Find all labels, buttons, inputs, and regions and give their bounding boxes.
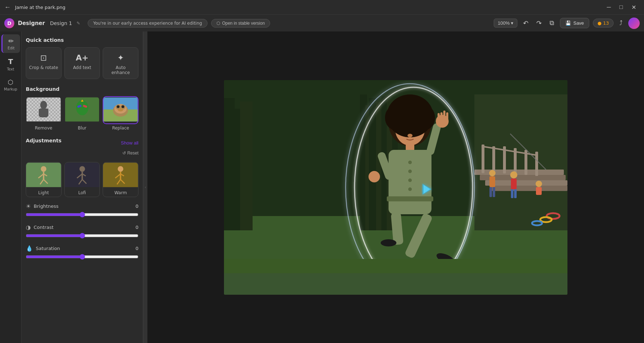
background-blur-card[interactable]: Blur: [64, 96, 100, 131]
design-name-edit-button[interactable]: ✎: [75, 20, 81, 26]
filter-warm-label: Warm: [103, 189, 138, 197]
present-button[interactable]: ⧉: [547, 18, 556, 28]
svg-rect-8: [45, 109, 49, 116]
save-button[interactable]: 💾 Save: [560, 18, 589, 28]
early-access-badge: You're in our early access experience fo…: [88, 19, 207, 28]
background-remove-thumbnail[interactable]: [26, 96, 62, 124]
sidebar-item-markup[interactable]: ⬡ Markup: [1, 75, 20, 94]
reset-button[interactable]: ↺ Reset: [122, 151, 138, 156]
filter-light-label: Light: [26, 189, 61, 197]
app-bar: D Designer Design 1 ✎ You're in our earl…: [0, 14, 644, 31]
design-name: Design 1: [50, 20, 72, 26]
sidebar-item-edit[interactable]: ✏ Edit: [1, 34, 20, 53]
side-icons: ✏ Edit T Text ⬡ Markup: [0, 31, 21, 343]
filter-lofi-card[interactable]: Lofi: [64, 162, 100, 197]
filter-lofi-preview: [65, 162, 100, 187]
sidebar-item-label-text: Text: [7, 67, 14, 71]
background-replace-card[interactable]: Replace: [103, 96, 138, 131]
filter-light-card[interactable]: Light: [26, 162, 62, 197]
filter-warm-card[interactable]: Warm: [103, 162, 138, 197]
svg-rect-64: [474, 170, 564, 175]
sidebar-item-label-edit: Edit: [8, 46, 14, 50]
sidebar-item-label-markup: Markup: [4, 87, 17, 91]
edit-icon: ✏: [8, 37, 14, 45]
background-title: Background: [26, 86, 138, 92]
sidebar-item-text[interactable]: T Text: [1, 54, 20, 74]
remove-bg-preview: [26, 97, 61, 122]
svg-point-83: [532, 221, 542, 225]
saturation-icon: 💧: [26, 245, 33, 252]
svg-point-94: [414, 105, 435, 130]
svg-point-75: [510, 171, 517, 178]
add-text-label: Add text: [73, 65, 91, 70]
canvas-image-container: [224, 80, 567, 295]
auto-enhance-label: Auto enhance: [106, 65, 135, 75]
saturation-slider-section: 💧 Saturation 0: [26, 245, 138, 261]
adjustments-filters-grid: Light Lofi: [26, 162, 138, 197]
brightness-icon: ☀: [26, 203, 31, 210]
park-scene-svg: [224, 80, 567, 295]
contrast-header: ◑ Contrast 0: [26, 224, 138, 231]
show-all-button[interactable]: Show all: [121, 140, 138, 146]
background-remove-card[interactable]: Remove: [26, 96, 62, 131]
brightness-input[interactable]: [26, 212, 138, 217]
background-blur-label: Blur: [64, 126, 100, 131]
auto-enhance-card[interactable]: ✦ Auto enhance: [103, 47, 138, 79]
svg-rect-63: [474, 94, 567, 230]
svg-point-101: [408, 170, 412, 173]
svg-point-103: [408, 187, 412, 191]
markup-icon: ⬡: [8, 78, 14, 86]
coins-badge: ● 13: [593, 19, 614, 28]
svg-rect-87: [489, 187, 492, 197]
saturation-label: Saturation: [36, 246, 127, 251]
brightness-header: ☀ Brightness 0: [26, 203, 138, 210]
redo-button[interactable]: ↷: [534, 18, 544, 29]
svg-rect-121: [224, 273, 567, 295]
stable-version-button[interactable]: ⬡ Open in stable version: [211, 19, 270, 28]
add-text-card[interactable]: A+ Add text: [64, 47, 100, 79]
svg-rect-7: [39, 109, 42, 116]
brightness-slider-section: ☀ Brightness 0: [26, 203, 138, 219]
minimize-button[interactable]: ─: [603, 3, 614, 12]
svg-rect-108: [443, 111, 445, 121]
svg-rect-110: [438, 113, 440, 121]
saturation-input[interactable]: [26, 254, 138, 260]
app-logo: D: [4, 18, 14, 28]
avatar[interactable]: [628, 18, 640, 29]
saturation-value: 0: [130, 246, 138, 251]
main-content: ✏ Edit T Text ⬡ Markup Quick actions ⊡ C…: [0, 31, 644, 343]
crop-rotate-card[interactable]: ⊡ Crop & rotate: [26, 47, 62, 79]
svg-rect-67: [491, 186, 567, 191]
svg-point-112: [369, 171, 380, 182]
back-button[interactable]: ←: [4, 4, 11, 11]
svg-rect-107: [440, 112, 443, 121]
svg-rect-109: [446, 112, 448, 121]
svg-point-95: [404, 128, 409, 133]
share-button[interactable]: ⤴: [617, 18, 625, 28]
svg-rect-55: [240, 102, 253, 230]
maximize-button[interactable]: □: [616, 3, 626, 12]
brightness-value: 0: [130, 204, 138, 209]
svg-rect-68: [482, 144, 484, 173]
contrast-slider-section: ◑ Contrast 0: [26, 224, 138, 240]
svg-point-43: [118, 166, 123, 172]
adjustments-title: Adjustments: [26, 138, 62, 143]
svg-point-85: [489, 170, 496, 176]
crop-rotate-label: Crop & rotate: [29, 65, 58, 70]
background-replace-thumbnail[interactable]: [103, 96, 138, 124]
zoom-control[interactable]: 100% ▾: [494, 19, 517, 28]
background-grid: Remove Blur: [26, 96, 138, 131]
collapse-handle[interactable]: ‹: [143, 31, 147, 343]
svg-point-23: [122, 106, 125, 108]
svg-point-79: [536, 181, 542, 187]
coin-icon: ●: [597, 20, 601, 26]
contrast-input[interactable]: [26, 233, 138, 239]
close-button[interactable]: ✕: [628, 3, 640, 12]
app-bar-right: 100% ▾ ↶ ↷ ⧉ 💾 Save ● 13 ⤴: [494, 18, 640, 29]
svg-point-93: [385, 105, 406, 130]
undo-button[interactable]: ↶: [521, 18, 531, 29]
svg-point-5: [40, 101, 47, 109]
blur-bg-preview: [65, 97, 99, 122]
background-blur-thumbnail[interactable]: [64, 96, 100, 124]
svg-point-11: [76, 100, 88, 115]
